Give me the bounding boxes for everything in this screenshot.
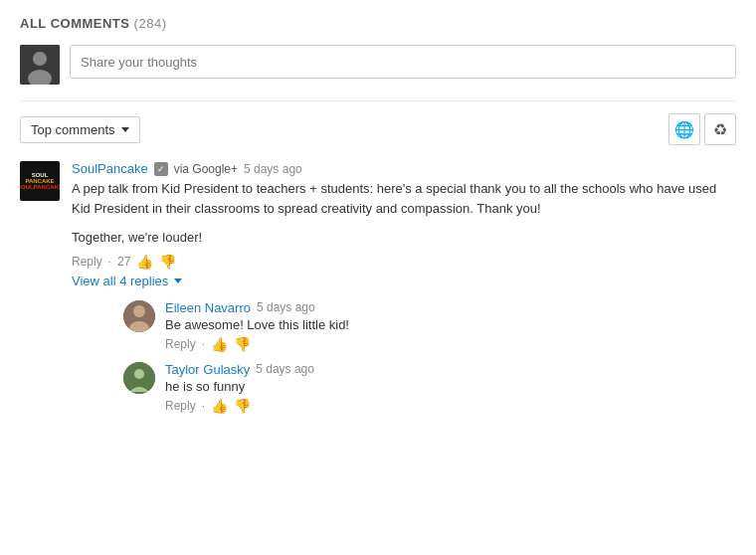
top-comments-button[interactable]: Top comments <box>20 116 140 143</box>
action-dot: · <box>108 255 111 269</box>
reply-1-text: Be awesome! Love this little kid! <box>165 317 736 332</box>
globe-icon: 🌐 <box>674 120 694 139</box>
view-all-replies-button[interactable]: View all 4 replies <box>72 274 736 288</box>
reply-block-1: Eileen Navarro 5 days ago Be awesome! Lo… <box>123 300 736 352</box>
reply-2-actions: Reply · 👍 👎 <box>165 398 736 414</box>
reply-1-reply-button[interactable]: Reply <box>165 337 196 351</box>
reply-1-content: Eileen Navarro 5 days ago Be awesome! Lo… <box>165 300 736 352</box>
main-comment-meta: SoulPancake ✓ via Google+ 5 days ago <box>72 161 736 176</box>
main-comment-block: SOUL PANCAKE SOULPANCAKE SoulPancake ✓ v… <box>20 161 736 424</box>
user-avatar-image <box>20 45 60 85</box>
reply-block-2: Taylor Gulasky 5 days ago he is so funny… <box>123 362 736 414</box>
link-icon-button[interactable]: ♻ <box>704 113 736 145</box>
reply-1-thumbs-down-icon[interactable]: 👎 <box>234 336 251 352</box>
main-comment-text1: A pep talk from Kid President to teacher… <box>72 179 736 218</box>
reply-2-thumbs-up-icon[interactable]: 👍 <box>211 398 228 414</box>
user-avatar <box>20 45 60 85</box>
reply-2-meta: Taylor Gulasky 5 days ago <box>165 362 736 377</box>
reply-2-time: 5 days ago <box>256 362 314 376</box>
reply-2-content: Taylor Gulasky 5 days ago he is so funny… <box>165 362 736 414</box>
reply-2-author[interactable]: Taylor Gulasky <box>165 362 250 377</box>
main-comment-author[interactable]: SoulPancake <box>72 161 148 176</box>
main-reply-button[interactable]: Reply <box>72 255 102 269</box>
reply-2-thumbs-down-icon[interactable]: 👎 <box>234 398 251 414</box>
replies-container: Eileen Navarro 5 days ago Be awesome! Lo… <box>123 300 736 414</box>
main-comment-time: 5 days ago <box>244 162 302 176</box>
reply-1-time: 5 days ago <box>257 300 315 314</box>
reply-1-actions: Reply · 👍 👎 <box>165 336 736 352</box>
thumbs-up-icon[interactable]: 👍 <box>136 254 153 270</box>
main-comment-content: SoulPancake ✓ via Google+ 5 days ago A p… <box>72 161 736 424</box>
via-google-text: via Google+ <box>174 162 238 176</box>
like-count: 27 <box>117 255 130 269</box>
sort-row: Top comments 🌐 ♻ <box>20 100 736 145</box>
reply-1-author[interactable]: Eileen Navarro <box>165 300 251 315</box>
share-thoughts-input[interactable] <box>70 45 736 79</box>
reply-1-thumbs-up-icon[interactable]: 👍 <box>211 336 228 352</box>
top-comments-label: Top comments <box>31 122 115 137</box>
reply-2-dot: · <box>202 399 205 413</box>
reply-1-meta: Eileen Navarro 5 days ago <box>165 300 736 315</box>
thumbs-down-icon[interactable]: 👎 <box>159 254 176 270</box>
soulpancake-avatar: SOUL PANCAKE SOULPANCAKE <box>20 161 60 201</box>
comments-header: ALL COMMENTS (284) <box>20 16 736 31</box>
chevron-down-icon <box>121 127 129 132</box>
svg-point-1 <box>33 52 47 66</box>
reply-2-text: he is so funny <box>165 379 736 394</box>
sort-icons-group: 🌐 ♻ <box>668 113 736 145</box>
svg-point-7 <box>134 369 144 379</box>
taylor-avatar <box>123 362 155 394</box>
verified-icon: ✓ <box>154 162 168 176</box>
reply-1-dot: · <box>202 337 205 351</box>
comment-input-row <box>20 45 736 85</box>
svg-point-4 <box>133 305 145 317</box>
comments-count: (284) <box>134 16 167 31</box>
eileen-avatar <box>123 300 155 332</box>
view-replies-label: View all 4 replies <box>72 274 168 288</box>
comments-title: ALL COMMENTS <box>20 16 129 31</box>
link-icon: ♻ <box>713 120 727 139</box>
globe-icon-button[interactable]: 🌐 <box>668 113 700 145</box>
main-comment-actions: Reply · 27 👍 👎 <box>72 254 736 270</box>
reply-2-reply-button[interactable]: Reply <box>165 399 196 413</box>
replies-chevron-down-icon <box>174 278 182 283</box>
main-comment-text2: Together, we're louder! <box>72 228 736 248</box>
